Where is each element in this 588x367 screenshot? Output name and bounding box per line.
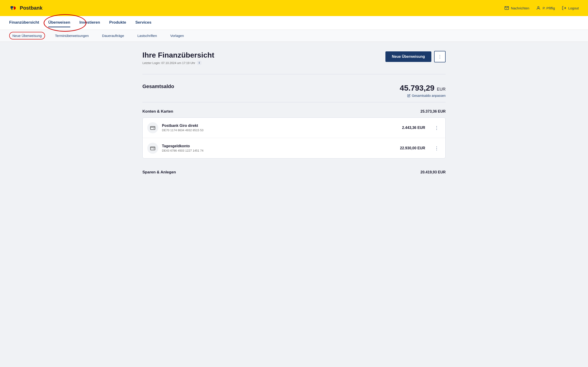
nav-item-produkte[interactable]: Produkte [109, 18, 126, 27]
page-title-section: Ihre Finanzübersicht Letzter Login: 07.1… [142, 51, 214, 65]
account-name-giro: Postbank Giro direkt [162, 124, 398, 128]
page-header-actions: Neue Überweisung ⋮ [385, 51, 446, 62]
svg-point-7 [154, 149, 154, 149]
nav-ueberweisen-wrapper: Überweisen [48, 18, 70, 27]
account-menu-tagesgeld[interactable]: ⋮ [432, 144, 441, 152]
gesamtsaldo-label: Gesamtsaldo [142, 83, 174, 90]
sub-nav-item-terminueberweisungen[interactable]: Terminüberweisungen [52, 32, 92, 40]
sub-nav-item-vorlagen[interactable]: Vorlagen [167, 32, 187, 40]
last-login-text: Letzter Login: 07.10.2024 um 17:19 Uhr [142, 61, 195, 65]
pencil-icon [407, 94, 410, 97]
account-balance-giro: 2.443,36 EUR [402, 126, 425, 130]
messages-link[interactable]: Nachrichten [504, 6, 529, 10]
nav-item-investieren[interactable]: Investieren [79, 18, 100, 27]
account-name-tagesgeld: Tagesgeldkonto [162, 144, 397, 148]
more-dots-icon: ⋮ [438, 54, 442, 59]
page-header-row: Ihre Finanzübersicht Letzter Login: 07.1… [142, 51, 446, 65]
svg-point-2 [538, 6, 539, 8]
sparen-anlegen-amount: 20.419,93 EUR [421, 170, 446, 174]
postbank-logo-icon [9, 4, 17, 12]
page-title: Ihre Finanzübersicht [142, 51, 214, 59]
nav-item-ueberweisen[interactable]: Überweisen [48, 18, 70, 27]
neue-ueberweisung-button[interactable]: Neue Überweisung [385, 51, 431, 62]
gesamtsaldo-currency: EUR [437, 87, 446, 92]
wallet-icon-2 [150, 145, 156, 151]
wallet-icon [150, 125, 156, 131]
messages-icon [504, 6, 509, 10]
account-row-tagesgeld: Tagesgeldkonto DE43 6786 4503 1227 1451 … [143, 138, 445, 158]
svg-rect-0 [9, 4, 17, 12]
account-menu-giro[interactable]: ⋮ [432, 124, 441, 131]
header-actions: Nachrichten P. Pfiffig Logout [504, 6, 579, 10]
gesamtsaldo-amount-row: 45.793,29 EUR [400, 83, 446, 92]
header: Postbank Nachrichten P. Pfiffig Logout [0, 0, 588, 16]
gesamtsaldo-amount-col: 45.793,29 EUR Gesamtsaldo anpassen [400, 83, 446, 98]
logout-link[interactable]: Logout [562, 6, 579, 10]
user-link[interactable]: P. Pfiffig [536, 6, 555, 10]
sub-nav: Neue Überweisung Terminüberweisungen Dau… [0, 30, 588, 42]
konten-karten-label: Konten & Karten [142, 109, 173, 114]
logout-label: Logout [568, 6, 579, 10]
user-label: P. Pfiffig [543, 6, 555, 10]
main-content: Ihre Finanzübersicht Letzter Login: 07.1… [133, 42, 455, 188]
gesamtsaldo-adjust-label: Gesamtsaldo anpassen [412, 94, 446, 98]
konten-karten-card: Postbank Giro direkt DE70 1174 8634 4932… [142, 117, 446, 158]
info-badge[interactable]: i [197, 61, 201, 65]
sub-nav-item-dauerauftraege[interactable]: Daueraufträge [99, 32, 127, 40]
gesamtsaldo-section: Gesamtsaldo 45.793,29 EUR Gesamtsaldo an… [142, 79, 446, 102]
sub-nav-item-lastschriften[interactable]: Lastschriften [134, 32, 160, 40]
svg-rect-6 [150, 147, 155, 150]
logo-area: Postbank [9, 4, 43, 12]
account-icon-tagesgeld [147, 143, 158, 154]
logout-icon [562, 6, 566, 10]
gesamtsaldo-adjust-link[interactable]: Gesamtsaldo anpassen [400, 94, 446, 98]
account-info-giro: Postbank Giro direkt DE70 1174 8634 4932… [162, 124, 398, 132]
konten-karten-total: 25.373,36 EUR [421, 109, 446, 114]
user-icon [536, 6, 541, 10]
sparen-anlegen-row: Sparen & Anlegen 20.419,93 EUR [142, 165, 446, 179]
account-balance-tagesgeld: 22.930,00 EUR [400, 146, 425, 150]
svg-point-5 [154, 128, 154, 129]
messages-label: Nachrichten [511, 6, 529, 10]
last-login: Letzter Login: 07.10.2024 um 17:19 Uhr i [142, 61, 214, 65]
nav-item-services[interactable]: Services [135, 18, 151, 27]
account-icon-giro [147, 122, 158, 133]
account-row-giro: Postbank Giro direkt DE70 1174 8634 4932… [143, 118, 445, 138]
more-options-button[interactable]: ⋮ [434, 51, 446, 62]
nav-item-finanzuebersicht[interactable]: Finanzübersicht [9, 18, 39, 27]
main-nav: Finanzübersicht Überweisen Investieren P… [0, 16, 588, 30]
sub-nav-item-neue-ueberweisung[interactable]: Neue Überweisung [9, 32, 45, 40]
account-info-tagesgeld: Tagesgeldkonto DE43 6786 4503 1227 1451 … [162, 144, 397, 152]
sparen-anlegen-label: Sparen & Anlegen [142, 170, 176, 175]
konten-karten-header: Konten & Karten 25.373,36 EUR [142, 109, 446, 114]
account-iban-giro: DE70 1174 8634 4932 8515 53 [162, 128, 398, 132]
svg-rect-4 [150, 126, 155, 130]
account-iban-tagesgeld: DE43 6786 4503 1227 1451 74 [162, 149, 397, 152]
gesamtsaldo-amount: 45.793,29 [400, 83, 434, 92]
divider-1 [142, 74, 446, 74]
logo-text: Postbank [20, 5, 43, 11]
